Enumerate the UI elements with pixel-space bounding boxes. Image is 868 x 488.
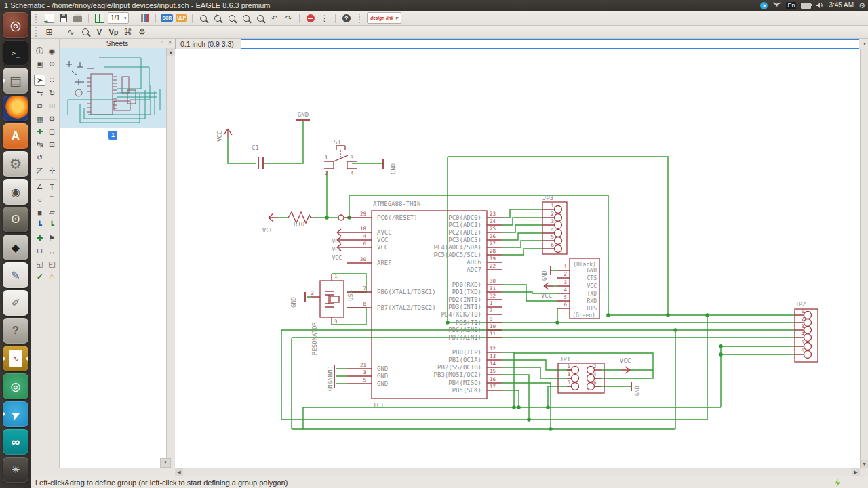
grid-settings-button[interactable]: ⊞ (43, 26, 55, 37)
text-tool[interactable]: T (46, 181, 58, 192)
launcher-item-text-editor[interactable]: ✐ (3, 290, 28, 316)
zoom-out-button[interactable]: − (226, 13, 237, 24)
zoom-redraw-button[interactable] (254, 13, 266, 24)
attribute-tool[interactable]: ⊟ (34, 245, 45, 257)
launcher-item-terminal[interactable]: >_ (3, 40, 28, 66)
optimize-tool[interactable]: ∙ (46, 152, 58, 163)
designlink-button[interactable]: design link▾ (367, 12, 401, 24)
docfield-tool[interactable]: ◰ (46, 258, 58, 270)
sheet-selector[interactable]: 1/1▾ (108, 12, 129, 24)
part-c1[interactable] (258, 157, 263, 169)
copy-tool[interactable]: ⧉ (34, 100, 45, 112)
launcher-item-atom[interactable]: ◎ (3, 373, 28, 399)
miter-tool[interactable]: ⊹ (46, 165, 58, 176)
launcher-item-inkscape[interactable]: ◆ (3, 235, 28, 260)
options-button[interactable]: ⋮ (319, 13, 330, 24)
display-layers-tool[interactable]: ▣ (34, 58, 45, 70)
launcher-item-telegram[interactable]: ➤ (3, 401, 28, 427)
origins-tool[interactable]: ∷ (46, 75, 58, 86)
launcher-item-help[interactable]: ? (3, 318, 28, 344)
smash-tool[interactable]: ◸ (34, 165, 45, 176)
voltage-probe-button[interactable]: V (94, 26, 105, 37)
launcher-item-arduino[interactable]: ∞ (3, 429, 28, 455)
stop-button[interactable] (304, 13, 316, 24)
launcher-item-ubuntu[interactable]: ◎ (3, 12, 28, 38)
label-tool[interactable]: ⚑ (46, 232, 58, 244)
move-tool[interactable]: ➤ (34, 75, 45, 86)
supply-vcc-jp1[interactable] (621, 367, 630, 373)
show-tool[interactable]: ◉ (46, 45, 58, 57)
dimension-tool[interactable]: ↔ (46, 245, 58, 257)
wire-tool[interactable]: ∠ (34, 181, 45, 192)
grid-button[interactable] (94, 13, 105, 24)
zoom-fit-button[interactable] (197, 13, 209, 24)
battery-icon[interactable] (801, 3, 811, 9)
help-button[interactable]: ? (340, 13, 352, 24)
launcher-item-trash[interactable]: ✳ (3, 457, 28, 483)
net-probe-button[interactable]: ⌘ (122, 26, 134, 37)
erc-tool[interactable]: ✔ (34, 271, 45, 283)
canvas-vscrollbar[interactable]: ▼ (860, 49, 868, 468)
info-tool[interactable]: ⓘ (34, 45, 45, 57)
change-tool[interactable]: ⚙ (46, 113, 58, 125)
arc-tool[interactable]: ⌒ (46, 194, 58, 205)
panel-window-controls[interactable]: ▫ ✕ (161, 39, 174, 45)
supply-vcc-r10[interactable] (269, 214, 278, 222)
launcher-item-files[interactable]: ▤ (3, 68, 28, 94)
schematic-canvas[interactable]: ATMEGA88-THIN IC1 C1 S1 R10 VCC GND GND … (175, 49, 868, 468)
toolbar-handle[interactable] (35, 27, 39, 37)
launcher-item-settings[interactable]: ⚙ (3, 151, 28, 177)
zoom-select-button[interactable] (240, 13, 252, 24)
launcher-item-krita[interactable]: ✎ (3, 262, 28, 288)
scroll-down-arrow[interactable]: ▼ (861, 460, 868, 468)
run-script-button[interactable]: SCR (161, 13, 173, 24)
print-button[interactable] (72, 13, 83, 24)
mark-tool[interactable]: ⊕ (46, 58, 58, 70)
delete-tool[interactable]: ▦ (34, 113, 45, 125)
circle-tool[interactable]: ○ (34, 194, 45, 205)
replace-tool[interactable]: ⊡ (46, 139, 58, 150)
errors-tool[interactable]: ⚠ (46, 271, 58, 283)
paste-tool[interactable]: ⊞ (46, 100, 58, 112)
save-button[interactable] (58, 13, 69, 24)
supply-vcc-topleft[interactable] (224, 129, 232, 138)
bus-tool[interactable]: ┗ (34, 220, 45, 231)
inspect-button[interactable] (79, 26, 91, 37)
sheet-thumbnail[interactable] (60, 48, 167, 128)
voltage-pair-probe-button[interactable]: Vp (108, 26, 119, 37)
junction-tool[interactable]: ✚ (34, 232, 45, 244)
frame-tool[interactable]: ◱ (34, 258, 45, 270)
simulate-button[interactable]: ∿ (65, 26, 77, 37)
open-button[interactable] (43, 13, 55, 24)
pinswap-tool[interactable]: ↹ (34, 139, 45, 150)
keyboard-layout-indicator[interactable]: En (786, 2, 796, 9)
scroll-left-arrow[interactable]: ◀ (175, 468, 183, 476)
polygon-tool[interactable]: ▱ (46, 207, 58, 218)
launcher-item-firefox[interactable] (3, 96, 28, 121)
toolbar-handle[interactable] (35, 14, 39, 23)
sim-settings-button[interactable]: ⚙ (136, 26, 148, 37)
scroll-up-arrow[interactable]: ▲ (167, 48, 175, 56)
zoom-in-button[interactable]: + (212, 13, 223, 24)
gateswap-tool[interactable]: ↺ (34, 152, 45, 163)
sound-icon[interactable] (816, 2, 824, 9)
session-gear-icon[interactable]: ⚙ (859, 0, 865, 11)
panel-dropdown[interactable]: ▼ (160, 458, 171, 468)
layers-button[interactable] (139, 13, 151, 24)
add-part-tool[interactable]: ✚ (34, 126, 45, 138)
sheets-scrollbar[interactable]: ▲ (166, 48, 175, 468)
scroll-right-arrow[interactable]: ▶ (852, 468, 860, 476)
run-ulp-button[interactable]: ULP (176, 13, 187, 24)
command-history-dropdown[interactable]: ▾ (861, 41, 868, 47)
part-resonator[interactable] (311, 274, 344, 325)
net-tool[interactable]: ┗ (46, 220, 58, 231)
redo-button[interactable]: ↷ (283, 13, 294, 24)
launcher-item-gimp[interactable]: ʘ (3, 207, 28, 232)
launcher-item-software[interactable]: A (3, 123, 28, 149)
net-wires[interactable] (228, 121, 795, 429)
lightning-icon[interactable] (834, 479, 841, 487)
group-tool[interactable]: ◻ (46, 126, 58, 138)
part-jp2[interactable] (795, 309, 818, 362)
rotate-tool[interactable]: ↻ (46, 87, 58, 99)
telegram-tray-icon[interactable]: ➤ (760, 2, 768, 9)
